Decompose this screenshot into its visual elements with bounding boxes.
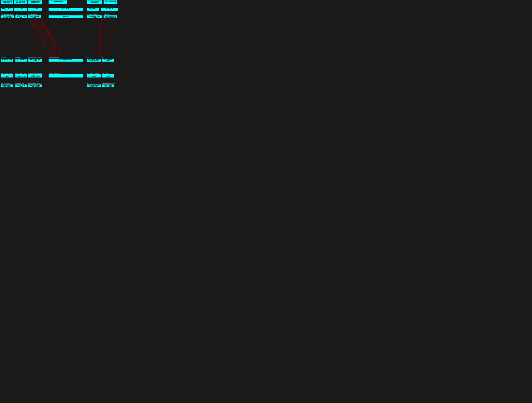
- connection-label-15: Emergency Response: [51, 53, 56, 57]
- regional-mutual-aid-node: Regional Emergency and Public Safety Par…: [28, 74, 42, 78]
- txdot-cat3: TxDOT: [15, 14, 18, 15]
- city-sherman-toc-node: City of Sherman Street Department City o…: [28, 0, 42, 4]
- svg-line-32: [34, 19, 56, 59]
- svg-line-49: [41, 20, 65, 75]
- grayson-sheriff-node: Grayson County Grayson County Sheriffs O…: [103, 15, 117, 19]
- svg-line-136: [92, 19, 105, 59]
- svg-line-46: [35, 20, 58, 75]
- city-sherman-toc-label: City of Sherman Traffic Operations Cente…: [29, 1, 41, 3]
- city-sherman-maint-label: City of Sherman Maintenance Division: [1, 16, 13, 18]
- svg-line-41: [39, 19, 67, 59]
- svg-line-112: [41, 19, 53, 38]
- svg-line-51: [31, 18, 80, 59]
- rail-cat: Rail Operations: [1, 57, 6, 58]
- county-eoc-node: County Emergency and Public Safety Count…: [14, 8, 27, 11]
- txdot-cat5: TxDOT: [87, 83, 89, 84]
- private-ambulance-cat: Private Ambulance: [102, 73, 108, 74]
- municipal-ps-dispatch-label: Municipal Public Safety Dispatch: [29, 59, 41, 61]
- svg-line-138: [95, 19, 108, 59]
- municipal-pwd-label: Municipal PWD: [29, 8, 41, 9]
- municipal-ps-cat: Municipal Emergency and Public Safety: [28, 57, 42, 58]
- svg-line-142: [101, 19, 114, 59]
- txdot-tmc-node: TxDOT TxDOT Paris District TMC: [15, 15, 27, 19]
- dps-disaster-node: DPS DPS/District Disaster Committee EOC: [87, 0, 102, 4]
- county-ps-dispatch-label: County Public Safety Dispatch: [101, 8, 117, 9]
- svg-line-123: [39, 19, 55, 44]
- municipal-ps-dispatch-node: Municipal Emergency and Public Safety Mu…: [28, 59, 42, 62]
- county-ps-cat: County Emergency and Public Safety: [101, 6, 114, 7]
- svg-line-116: [41, 19, 59, 50]
- atcog-cat: ATCOG: [87, 6, 89, 7]
- svg-line-137: [94, 19, 106, 59]
- dps-emergency-vehicles-label: DPS Emergency Vehicles: [102, 59, 114, 61]
- dps-comm-label: DPS Communications Service: [49, 59, 82, 60]
- municipal-chambers-label: Municipal Chambers of Commerce: [49, 75, 82, 76]
- rail-operations-label: Rail Operations Centers: [1, 59, 12, 60]
- hunt-county-transit-label: The Connection Transit Dispatch: [87, 16, 102, 18]
- city-sherman-eoc-label: City of Sherman EOC: [16, 59, 26, 60]
- rail-operations-node: Rail Operations Rail Operations Centers: [1, 59, 13, 62]
- svg-line-50: [28, 18, 83, 59]
- svg-line-125: [39, 19, 58, 50]
- municipal-pwd-cat: Municipal Public Works Department: [28, 6, 41, 7]
- svg-line-115: [41, 19, 58, 47]
- private-tow-cat: Private Tow/Wrecker Providers: [1, 73, 12, 74]
- svg-line-144: [105, 19, 117, 59]
- private-tow-label: Private Tow/Wrecker Dispatch: [1, 75, 12, 77]
- txdot-maintenance-label: TxDOT Paris District Maintenance Section…: [15, 1, 26, 3]
- txdot-website-node: TxDOT TxDOT Paris District Website: [1, 8, 13, 11]
- atcog-transit-node: ATCOG ATCOG#16 Transit Dispatch: [87, 8, 100, 11]
- city-sherman-maint-node: City of Sherman Street Department City o…: [1, 15, 14, 19]
- municipal-tocs-label: Municipal Government Municipal TOCS: [1, 1, 12, 3]
- svg-line-143: [103, 19, 116, 59]
- txdot-cat4: TxDOT: [87, 57, 89, 58]
- svg-line-30: [28, 19, 50, 59]
- private-tow-node: Private Tow/Wrecker Providers Private To…: [1, 74, 13, 78]
- hunt-county-transit-node: Hunt County Committee on Aging The Conne…: [87, 15, 102, 19]
- atcog-transit-label: ATCOG#16 Transit Dispatch: [87, 8, 99, 11]
- diagram-container: Municipal Government Municipal Governmen…: [0, 0, 266, 202]
- dps-cat2: DPS: [49, 14, 50, 15]
- svg-line-45: [33, 20, 56, 75]
- county-vfd-label: County Fire Departments Dispatch: [87, 75, 100, 77]
- svg-line-121: [39, 19, 51, 38]
- svg-line-122: [39, 19, 53, 41]
- svg-line-110: [41, 19, 50, 31]
- svg-line-48: [39, 20, 63, 75]
- txdot-tmc-label: TxDOT Paris District TMC: [16, 16, 26, 18]
- county-road-bridge-node: County Road and Bridge County Roads and …: [28, 15, 41, 19]
- svg-line-42: [41, 19, 70, 59]
- svg-line-124: [39, 19, 56, 47]
- county-vfd-node: County Volunteer Fire Departments County…: [87, 74, 101, 78]
- private-hazmat-node: Private HAZMAT Security Provider Private…: [48, 0, 67, 4]
- county-road-cat: County Road and Bridge: [28, 14, 37, 15]
- svg-line-139: [97, 19, 109, 59]
- regional-medical-cat: Regional Medical Centers: [15, 83, 24, 84]
- svg-line-54: [41, 18, 70, 59]
- svg-line-120: [39, 19, 50, 34]
- dps-comm-cat: DPS Communications Service: [49, 57, 59, 58]
- dps-disaster-label: DPS/District Disaster Committee EOC: [87, 1, 102, 3]
- independent-school-node: Independent School Districts Independent…: [1, 84, 13, 88]
- txdot-area-engineers-node: TxDOT TxDOT Parts District Area Engineer…: [87, 84, 101, 88]
- texoma-transit-label: Texoma Transit Dispatch: [104, 1, 117, 2]
- txdot-cat2: TxDOT: [1, 6, 3, 7]
- grayson-sheriff-label: Grayson County Sheriffs Office Communica…: [104, 16, 117, 18]
- svg-line-140: [98, 19, 111, 59]
- state-eoc-node: DPS State EOC: [48, 15, 83, 19]
- private-info-node: Private Information Providers Private Se…: [15, 74, 27, 78]
- chamber-cat: Regional Chamber of Commerce: [49, 73, 60, 74]
- regional-mutual-aid-label: Paris Region Incident and Mutual Aid Net…: [29, 75, 41, 77]
- private-hazmat-label: Private HAZMAT Center: [49, 1, 67, 2]
- txdot-area-engineers-label: TxDOT Parts District Area Engineers Offi…: [87, 85, 100, 87]
- independent-school-label: Independent School District Dispatch: [1, 85, 12, 87]
- municipal-pwd-node: Municipal Public Works Department Munici…: [28, 8, 42, 11]
- ok-highway-patrol-label: Oklahoma Highway Patrol Dispatch: [102, 85, 114, 87]
- municipal-chambers-node: Regional Chamber of Commerce Municipal C…: [48, 74, 83, 78]
- grayson-cat: Grayson County: [104, 14, 109, 15]
- svg-line-33: [38, 19, 59, 59]
- svg-line-126: [39, 19, 59, 53]
- connection-label-r1: Traffic Data: [93, 65, 96, 68]
- city-sherman-eoc-node: City of Sherman City of Sherman EOC: [15, 59, 27, 62]
- txdot-website-label: TxDOT Paris District Website: [1, 8, 12, 11]
